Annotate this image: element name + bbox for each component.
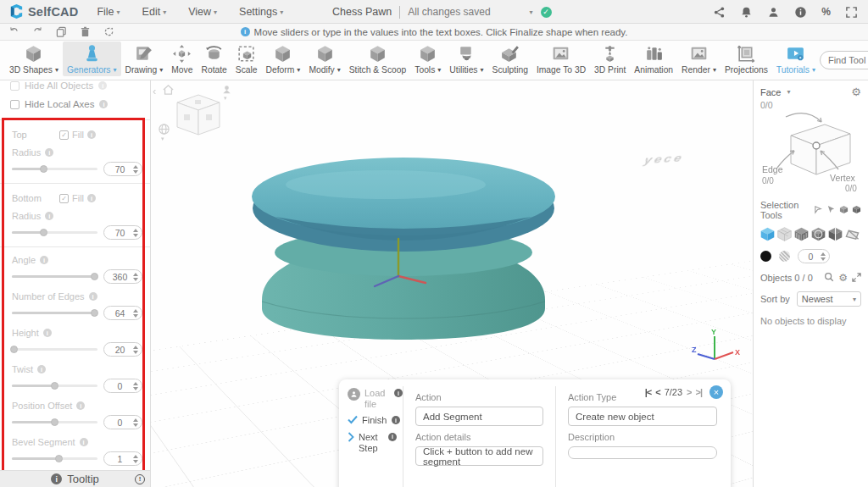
- top-fill-checkbox[interactable]: ✓Filli: [59, 130, 96, 140]
- hide-local-axes-row[interactable]: Hide Local Axes i: [0, 96, 150, 113]
- volume-select-icon[interactable]: [852, 205, 861, 216]
- mode-split-cube-icon[interactable]: [828, 227, 843, 241]
- bottom-radius-value-input[interactable]: 70: [103, 225, 142, 240]
- menu-view[interactable]: View▾: [188, 6, 217, 18]
- copy-icon[interactable]: [56, 26, 67, 39]
- step-next[interactable]: Next Step i: [348, 432, 403, 454]
- stepper-arrows[interactable]: [133, 165, 138, 174]
- info-icon[interactable]: i: [89, 292, 97, 301]
- position-offset-value-input[interactable]: 0: [103, 415, 142, 429]
- angle-slider[interactable]: [12, 273, 97, 280]
- info-icon[interactable]: i: [87, 194, 96, 202]
- viewport-3d[interactable]: ‹ ▾ ▾ yece: [151, 80, 753, 487]
- height-value-input[interactable]: 20: [103, 342, 142, 357]
- number-of-edges-slider-thumb[interactable]: [91, 309, 98, 317]
- selfcad-logo[interactable]: SelfCAD: [8, 3, 78, 19]
- info-icon[interactable]: i: [80, 438, 88, 446]
- step-load-file[interactable]: Load file i: [348, 388, 403, 410]
- delete-icon[interactable]: [80, 26, 91, 39]
- bottom-fill-checkbox[interactable]: ✓Filli: [59, 193, 96, 203]
- reset-icon[interactable]: [103, 26, 114, 39]
- toolbar-item-projections[interactable]: Projections: [721, 42, 772, 76]
- toolbar-item-tools[interactable]: Tools▾: [410, 42, 445, 76]
- toolbar-item-scale[interactable]: Scale: [231, 42, 262, 76]
- position-offset-slider-thumb[interactable]: [51, 418, 58, 426]
- mode-cube-selected-icon[interactable]: [760, 227, 775, 241]
- chevron-down-icon[interactable]: ▾: [161, 136, 164, 142]
- stepper-arrows[interactable]: [133, 346, 138, 354]
- stepper-arrows[interactable]: [133, 309, 138, 318]
- shortcuts-icon[interactable]: %: [821, 6, 831, 18]
- info-icon[interactable]: i: [392, 416, 400, 424]
- find-tool-input[interactable]: [826, 54, 868, 66]
- twist-slider[interactable]: [12, 382, 97, 390]
- stepper-arrows[interactable]: [133, 273, 138, 281]
- redo-icon[interactable]: [32, 26, 43, 39]
- toolbar-item-3d-shapes[interactable]: 3D Shapes▾: [5, 42, 63, 76]
- info-icon[interactable]: [794, 6, 807, 19]
- toolbar-item-modify[interactable]: Modify▾: [304, 42, 344, 76]
- account-icon[interactable]: [767, 6, 780, 19]
- twist-slider-thumb[interactable]: [51, 382, 58, 390]
- gear-icon[interactable]: ⚙: [851, 86, 861, 98]
- toolbar-item-3d-print[interactable]: 3D Print: [590, 42, 630, 76]
- toolbar-item-move[interactable]: Move: [167, 42, 197, 76]
- toolbar-item-drawing[interactable]: Drawing▾: [121, 42, 168, 76]
- selection-steps-input[interactable]: 0: [798, 249, 830, 263]
- material-swatch[interactable]: [779, 251, 790, 262]
- mode-grid-cube-icon[interactable]: [794, 227, 809, 241]
- lasso-select-icon[interactable]: [814, 205, 823, 216]
- find-tool-search[interactable]: [820, 51, 868, 69]
- toolbar-item-animation[interactable]: Animation: [630, 42, 677, 76]
- pawn-base-object[interactable]: [250, 158, 558, 340]
- selection-mode-dropdown[interactable]: Face ▾: [760, 87, 790, 97]
- undo-icon[interactable]: [8, 26, 19, 39]
- info-icon[interactable]: i: [98, 81, 107, 90]
- angle-slider-thumb[interactable]: [91, 273, 98, 280]
- bottom-radius-slider-thumb[interactable]: [40, 229, 47, 236]
- bevel-segment-slider[interactable]: [12, 455, 97, 462]
- box-select-icon[interactable]: [839, 205, 849, 216]
- info-icon[interactable]: i: [45, 148, 53, 157]
- stepper-arrows[interactable]: [133, 418, 138, 427]
- info-icon[interactable]: i: [40, 256, 48, 264]
- collapse-left-panel-icon[interactable]: ‹: [153, 85, 156, 97]
- save-status-dropdown-icon[interactable]: ▾: [530, 8, 533, 16]
- mode-wire-cube-icon[interactable]: [777, 227, 792, 241]
- search-objects-icon[interactable]: [824, 272, 834, 284]
- info-icon[interactable]: i: [394, 389, 403, 397]
- expand-panel-icon[interactable]: [852, 273, 861, 284]
- info-icon[interactable]: i: [388, 433, 397, 441]
- stepper-arrows[interactable]: [133, 382, 138, 390]
- stepper-arrows[interactable]: [133, 455, 138, 463]
- action-details-input[interactable]: Click + button to add new segment: [415, 446, 543, 466]
- bottom-radius-slider[interactable]: [12, 229, 97, 236]
- mode-sphere-cube-icon[interactable]: [811, 227, 826, 241]
- info-icon[interactable]: i: [43, 329, 52, 337]
- info-icon[interactable]: i: [76, 401, 85, 410]
- stepper-arrows[interactable]: [133, 229, 138, 237]
- view-cube[interactable]: [172, 92, 225, 138]
- fullscreen-icon[interactable]: [845, 6, 858, 19]
- notifications-icon[interactable]: [740, 6, 753, 19]
- info-icon[interactable]: i: [99, 100, 108, 108]
- info-icon[interactable]: i: [45, 212, 53, 220]
- objects-settings-icon[interactable]: ⚙: [838, 272, 848, 284]
- bevel-segment-slider-thumb[interactable]: [55, 455, 63, 462]
- position-offset-slider[interactable]: [12, 418, 97, 426]
- mode-plane-icon[interactable]: [845, 227, 860, 241]
- info-icon[interactable]: i: [87, 130, 96, 139]
- info-icon[interactable]: i: [37, 365, 46, 374]
- top-radius-slider[interactable]: [12, 165, 97, 173]
- menu-settings[interactable]: Settings▾: [239, 6, 283, 18]
- number-of-edges-value-input[interactable]: 64: [103, 306, 142, 320]
- hide-local-axes-checkbox[interactable]: [10, 100, 19, 109]
- hide-all-objects-checkbox[interactable]: [10, 81, 19, 91]
- top-radius-slider-thumb[interactable]: [40, 165, 47, 173]
- number-of-edges-slider[interactable]: [12, 309, 97, 317]
- toolbar-item-stitch-scoop[interactable]: Stitch & Scoop: [345, 42, 411, 76]
- share-icon[interactable]: [713, 6, 726, 19]
- menu-edit[interactable]: Edit▾: [142, 6, 167, 18]
- bevel-segment-value-input[interactable]: 1: [103, 451, 142, 466]
- menu-file[interactable]: File▾: [97, 6, 120, 18]
